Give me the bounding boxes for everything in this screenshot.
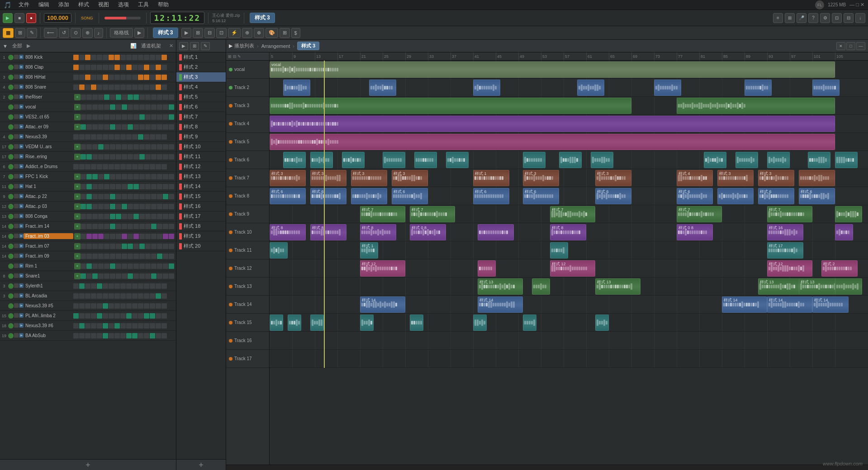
pad[interactable]: [73, 293, 79, 299]
pad[interactable]: [126, 323, 132, 329]
tb-tool10[interactable]: $: [291, 28, 300, 38]
pattern-item[interactable]: 样式 11: [176, 152, 226, 162]
pad[interactable]: [97, 283, 102, 289]
ch-mute-btn[interactable]: [14, 293, 19, 298]
ch-dir-btn[interactable]: ▶: [19, 144, 24, 149]
ch-active-btn[interactable]: [8, 114, 14, 120]
pad[interactable]: [92, 224, 98, 229]
pad[interactable]: [86, 114, 92, 120]
pad[interactable]: [114, 85, 120, 90]
track-clip[interactable]: 样式 6: [523, 188, 559, 204]
pad[interactable]: [128, 114, 133, 120]
pad[interactable]: [126, 164, 132, 169]
ch-dir-btn[interactable]: ▶: [19, 333, 24, 338]
ch-mute-btn[interactable]: [14, 214, 19, 218]
track-label[interactable]: Track 4: [226, 115, 269, 133]
pad[interactable]: [139, 273, 145, 279]
ch-mute-btn[interactable]: [14, 263, 19, 268]
ch-active-btn[interactable]: [8, 224, 14, 229]
pad[interactable]: [126, 65, 132, 70]
pad[interactable]: [86, 174, 92, 179]
pad[interactable]: [151, 263, 157, 269]
track-clip[interactable]: [577, 80, 604, 96]
channel-row[interactable]: 8 ▶ Snare1+: [0, 271, 176, 281]
pad[interactable]: [163, 174, 168, 179]
pad[interactable]: [139, 204, 145, 209]
pad[interactable]: [116, 224, 121, 229]
pad[interactable]: [157, 184, 162, 189]
pad[interactable]: [156, 283, 161, 289]
track-clip[interactable]: [704, 152, 726, 168]
channel-row[interactable]: 18 ▶ Nexus3.39 #6: [0, 321, 176, 331]
pad[interactable]: [86, 94, 92, 100]
pad[interactable]: [73, 303, 79, 309]
ch-dir-btn[interactable]: ▶: [19, 234, 24, 238]
ch-dir-btn[interactable]: ▶: [19, 94, 24, 99]
ch-plus-btn[interactable]: +: [74, 263, 81, 269]
track-row[interactable]: 样式 12样式 12样式 12样式 2: [270, 259, 868, 277]
pad[interactable]: [169, 194, 174, 199]
menu-tools[interactable]: 工具: [136, 0, 151, 9]
pad[interactable]: [98, 194, 104, 199]
track-clip[interactable]: 样式 7: [677, 206, 722, 222]
ch-active-btn[interactable]: [8, 124, 14, 130]
pad[interactable]: [79, 303, 85, 309]
toolbar-stepseq-btn[interactable]: ▦: [3, 28, 14, 38]
pad[interactable]: [126, 293, 132, 299]
track-clip[interactable]: 样式 6: [595, 188, 631, 204]
ch-mute-btn[interactable]: [14, 224, 19, 228]
pad[interactable]: [92, 184, 98, 189]
pad[interactable]: [139, 144, 145, 150]
ch-mute-btn[interactable]: [14, 273, 19, 278]
ch-dir-btn[interactable]: ▶: [19, 65, 24, 69]
ch-mute-btn[interactable]: [14, 333, 19, 338]
track-label[interactable]: Track 9: [226, 205, 269, 223]
ch-active-btn[interactable]: [8, 323, 14, 329]
ch-plus-btn[interactable]: +: [74, 104, 81, 110]
pad[interactable]: [79, 313, 85, 319]
channel-row[interactable]: ▶ Nexus3.39 #5: [0, 301, 176, 311]
channel-row[interactable]: 12 ▶ Attac..p 03+: [0, 202, 176, 212]
pad[interactable]: [85, 313, 90, 319]
pad[interactable]: [81, 114, 86, 120]
pad[interactable]: [138, 303, 143, 309]
pad[interactable]: [120, 293, 126, 299]
pad[interactable]: [104, 244, 109, 249]
pad[interactable]: [110, 124, 115, 130]
pad[interactable]: [157, 254, 162, 259]
track-clip[interactable]: 样式 6: [799, 188, 835, 204]
pad[interactable]: [86, 154, 92, 160]
pad[interactable]: [98, 144, 104, 150]
pad[interactable]: [145, 154, 151, 160]
pad[interactable]: [139, 234, 145, 239]
pad[interactable]: [79, 333, 85, 338]
pad[interactable]: [109, 333, 114, 338]
track-clip[interactable]: 样式 12: [767, 260, 812, 277]
ch-plus-btn[interactable]: +: [74, 213, 81, 220]
pad[interactable]: [110, 244, 115, 249]
pad[interactable]: [110, 184, 115, 189]
pad[interactable]: [92, 144, 98, 150]
pad[interactable]: [126, 134, 132, 140]
tool-btn-5[interactable]: ⚙: [820, 13, 830, 23]
pad[interactable]: [150, 164, 155, 169]
pad[interactable]: [122, 254, 127, 259]
pad[interactable]: [97, 85, 102, 90]
track-label[interactable]: Track 6: [226, 151, 269, 169]
pad[interactable]: [151, 234, 157, 239]
pattern-name-toolbar[interactable]: 样式 3: [153, 28, 178, 38]
channel-row[interactable]: 19 ▶ BA AbSub: [0, 331, 176, 341]
track-row[interactable]: [270, 115, 868, 133]
pad[interactable]: [145, 244, 151, 249]
pad[interactable]: [156, 333, 161, 338]
tb-tool4[interactable]: ⊡: [216, 28, 227, 38]
track-clip[interactable]: 样式 14: [767, 296, 812, 313]
pad[interactable]: [103, 65, 108, 70]
pad[interactable]: [85, 85, 90, 90]
pad[interactable]: [85, 333, 90, 338]
track-clip[interactable]: 样式 6: [310, 188, 346, 204]
track-row[interactable]: [270, 133, 868, 151]
ch-dir-btn[interactable]: ▶: [19, 174, 24, 179]
pad[interactable]: [169, 124, 174, 130]
ch-mute-btn[interactable]: [14, 75, 19, 79]
